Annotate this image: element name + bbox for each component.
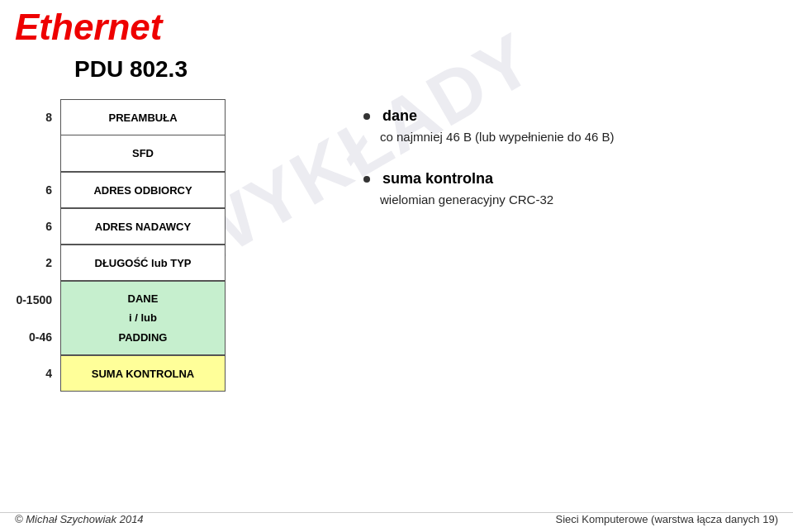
cell-type: DŁUGOŚĆ lub TYP xyxy=(60,245,226,281)
merged-row-labels: 0-1500 0-46 xyxy=(15,281,60,355)
footer-right: Sieci Komputerowe (warstwa łącza danych … xyxy=(555,513,778,525)
bullet-area: dane co najmniej 46 B (lub wypełnienie d… xyxy=(363,107,615,232)
bullet-sub-data: co najmniej 46 B (lub wypełnienie do 46 … xyxy=(380,128,615,147)
row-label-checksum: 4 xyxy=(15,355,60,392)
cell-src: ADRES NADAWCY xyxy=(60,208,226,245)
cell-data-padding: DANE i / lub PADDING xyxy=(60,281,226,355)
page-title: Ethernet xyxy=(15,7,162,48)
cell-checksum: SUMA KONTROLNA xyxy=(60,355,226,392)
bullet-main-checksum: suma kontrolna xyxy=(363,170,615,188)
row-label-src: 6 xyxy=(15,208,60,245)
footer-left: © Michał Szychowiak 2014 xyxy=(15,513,144,525)
pdu-title: PDU 802.3 xyxy=(74,56,188,83)
table-row-merged: 0-1500 0-46 DANE i / lub PADDING xyxy=(15,281,226,355)
footer: © Michał Szychowiak 2014 Sieci Komputero… xyxy=(0,512,793,525)
label-0-1500: 0-1500 xyxy=(16,293,52,306)
table-row: 6 ADRES NADAWCY xyxy=(15,208,226,245)
pdu-table: 8 PREAMBUŁA SFD 6 ADRES ODBIORCY 6 ADRES… xyxy=(15,99,226,392)
row-label-dst: 6 xyxy=(15,172,60,208)
row-label-preamble: 8 xyxy=(15,99,60,135)
cell-line-dane: DANE xyxy=(128,289,159,308)
bullet-dot-icon-2 xyxy=(363,176,370,183)
bullet-dot-icon xyxy=(363,113,370,120)
cell-preamble: PREAMBUŁA xyxy=(60,99,226,135)
copyright-symbol: © xyxy=(15,513,23,525)
table-row: 2 DŁUGOŚĆ lub TYP xyxy=(15,245,226,281)
table-row-checksum: 4 SUMA KONTROLNA xyxy=(15,355,226,392)
table-row: 6 ADRES ODBIORCY xyxy=(15,172,226,208)
bullet-section-data: dane co najmniej 46 B (lub wypełnienie d… xyxy=(363,107,615,147)
row-label-type: 2 xyxy=(15,245,60,281)
table-row: SFD xyxy=(15,135,226,172)
cell-line-padding: PADDING xyxy=(119,328,168,347)
row-label-sfd xyxy=(15,135,60,172)
label-0-46: 0-46 xyxy=(29,330,52,344)
bullet-sub-checksum: wielomian generacyjny CRC-32 xyxy=(380,191,615,210)
cell-sfd: SFD xyxy=(60,135,226,172)
footer-author: Michał Szychowiak xyxy=(26,513,116,525)
table-row: 8 PREAMBUŁA xyxy=(15,99,226,135)
bullet-main-data: dane xyxy=(363,107,615,125)
cell-dst: ADRES ODBIORCY xyxy=(60,172,226,208)
bullet-section-checksum: suma kontrolna wielomian generacyjny CRC… xyxy=(363,170,615,210)
cell-line-ilub: i / lub xyxy=(129,308,157,327)
